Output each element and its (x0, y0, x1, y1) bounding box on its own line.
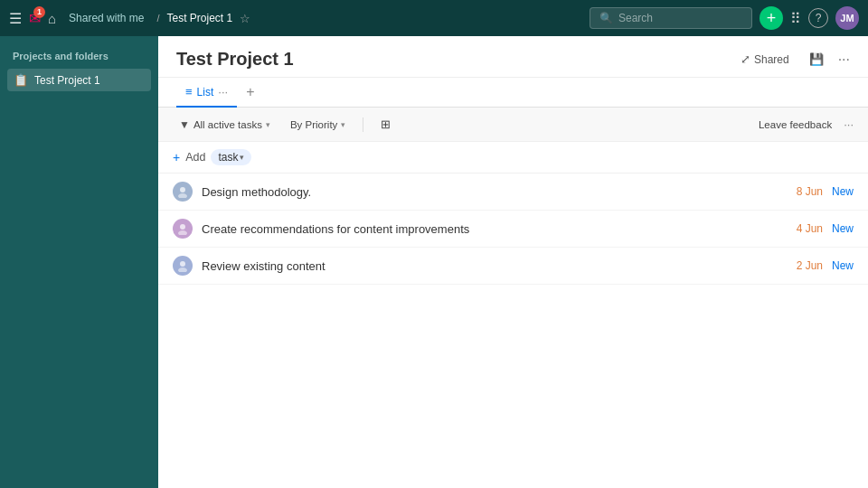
table-row[interactable]: Design methodology. 8 Jun New (158, 174, 868, 211)
svg-point-2 (180, 224, 185, 230)
add-task-bar: + Add task ▾ (158, 142, 868, 174)
filter-separator (363, 117, 363, 132)
header-more-btn[interactable]: ··· (838, 52, 850, 68)
task-date: 2 Jun (797, 259, 823, 272)
filter-group-by[interactable]: ⊞ (374, 115, 397, 134)
star-icon[interactable]: ☆ (240, 12, 250, 25)
nav-right: 🔍 + ⠿ ? JM (590, 6, 859, 30)
group-icon: ⊞ (381, 117, 391, 131)
mail-badge: 1 (33, 6, 45, 18)
filter-label: All active tasks (193, 119, 262, 130)
mail-icon-wrap[interactable]: ✉ 1 (29, 10, 41, 27)
task-status: New (832, 259, 854, 272)
share-label: Shared (754, 53, 789, 66)
breadcrumb-project[interactable]: Test Project 1 (167, 12, 233, 24)
list-tab-icon: ≡ (185, 85, 193, 99)
search-input[interactable] (618, 12, 745, 24)
search-box[interactable]: 🔍 (590, 7, 752, 29)
help-icon[interactable]: ? (808, 8, 828, 28)
svg-point-1 (178, 193, 187, 198)
top-nav: ☰ ✉ 1 ⌂ Shared with me / Test Project 1 … (0, 0, 868, 36)
share-icon: ⤢ (741, 52, 750, 66)
shared-with-me-link[interactable]: Shared with me (63, 9, 149, 27)
filter-by-priority[interactable]: By Priority ▾ (284, 117, 352, 133)
dropdown-arrow-icon: ▾ (240, 153, 244, 162)
task-date: 4 Jun (797, 222, 823, 235)
table-row[interactable]: Review existing content 2 Jun New (158, 248, 868, 285)
svg-point-3 (178, 230, 187, 235)
nav-left: ☰ ✉ 1 ⌂ Shared with me / Test Project 1 … (9, 9, 582, 27)
svg-point-4 (180, 261, 185, 267)
filter-icon: ▼ (179, 118, 190, 131)
sidebar-item-test-project-1[interactable]: 📋 Test Project 1 (7, 69, 151, 91)
sidebar: Projects and folders 📋 Test Project 1 (0, 36, 158, 488)
filter-arrow: ▾ (266, 120, 270, 129)
tab-list-more[interactable]: ··· (218, 85, 228, 99)
dots-grid-icon[interactable]: ⠿ (790, 10, 801, 27)
avatar (173, 219, 193, 239)
save-icon-btn[interactable]: 💾 (804, 50, 829, 69)
leave-feedback-btn[interactable]: Leave feedback (752, 117, 838, 133)
main-layout: Projects and folders 📋 Test Project 1 Te… (0, 36, 868, 488)
task-type-dropdown[interactable]: task ▾ (211, 149, 251, 165)
search-icon: 🔍 (599, 12, 613, 24)
priority-arrow: ▾ (341, 120, 345, 129)
task-status: New (832, 222, 854, 235)
content-title: Test Project 1 (176, 49, 294, 77)
avatar (173, 256, 193, 276)
sidebar-item-label: Test Project 1 (34, 74, 100, 87)
task-name: Design methodology. (202, 185, 797, 199)
filter-bar: ▼ All active tasks ▾ By Priority ▾ ⊞ Lea… (158, 108, 868, 142)
task-type-label: task (218, 151, 238, 164)
content-header-actions: ⤢ Shared 💾 ··· (735, 50, 850, 76)
share-button[interactable]: ⤢ Shared (735, 50, 795, 69)
task-date: 8 Jun (797, 185, 823, 198)
priority-label: By Priority (290, 119, 337, 130)
svg-point-0 (180, 187, 185, 192)
project-icon: 📋 (14, 73, 28, 87)
svg-point-5 (178, 267, 187, 272)
table-row[interactable]: Create recommendations for content impro… (158, 211, 868, 248)
tab-list-label: List (197, 86, 214, 99)
avatar[interactable]: JM (835, 6, 859, 30)
content-area: Test Project 1 ⤢ Shared 💾 ··· ≡ List ···… (158, 36, 868, 488)
task-name: Create recommendations for content impro… (202, 222, 797, 236)
filter-all-active-tasks[interactable]: ▼ All active tasks ▾ (173, 116, 277, 134)
add-button[interactable]: + (760, 6, 783, 30)
avatar (173, 182, 193, 202)
add-task-label: Add (185, 151, 205, 164)
add-task-plus-icon[interactable]: + (173, 150, 180, 164)
filter-right: Leave feedback ··· (752, 117, 854, 133)
breadcrumb-separator: / (156, 13, 159, 23)
task-list: Design methodology. 8 Jun New Create rec… (158, 174, 868, 488)
hamburger-icon[interactable]: ☰ (9, 10, 22, 27)
tab-add-btn[interactable]: + (239, 79, 261, 106)
content-header: Test Project 1 ⤢ Shared 💾 ··· (158, 36, 868, 78)
filter-right-more[interactable]: ··· (844, 117, 854, 131)
task-name: Review existing content (202, 259, 797, 273)
home-icon[interactable]: ⌂ (48, 11, 56, 26)
task-status: New (832, 185, 854, 198)
tab-list[interactable]: ≡ List ··· (176, 78, 237, 108)
sidebar-section-title: Projects and folders (7, 47, 151, 69)
save-icon: 💾 (809, 52, 824, 66)
tabs-bar: ≡ List ··· + (158, 78, 868, 108)
